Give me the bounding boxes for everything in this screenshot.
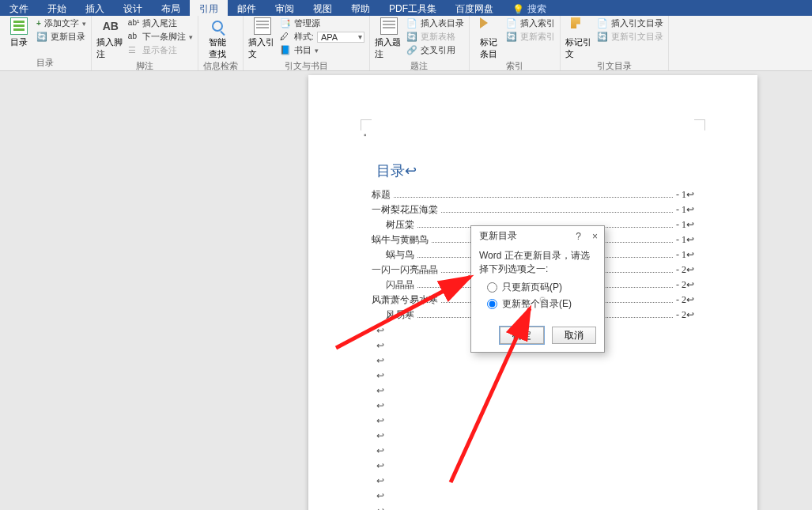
toc-entry[interactable]: 标题- 1↩ <box>372 188 694 202</box>
radio-update-entire-label: 更新整个目录(E) <box>502 297 572 311</box>
insert-caption-label: 插入题注 <box>375 36 403 60</box>
toc-entry-page: - 2↩ <box>676 264 694 276</box>
radio-update-entire-input[interactable] <box>487 299 497 309</box>
flag-icon <box>571 17 588 35</box>
next-footnote-button[interactable]: ab 下一条脚注▾ <box>128 31 193 43</box>
mark-entry-button[interactable]: 标记 条目 <box>474 17 503 60</box>
tab-home[interactable]: 开始 <box>38 0 76 16</box>
dialog-close-button[interactable]: × <box>592 231 598 242</box>
show-notes-icon: ☰ <box>128 45 139 56</box>
tag-icon <box>480 17 497 35</box>
insert-endnote-button[interactable]: ab¹ 插入尾注 <box>128 17 193 29</box>
insert-citation-button[interactable]: 插入引文 <box>248 17 277 60</box>
endnote-icon: ab¹ <box>128 18 139 29</box>
update-toa-button[interactable]: 🔄 更新引文目录 <box>597 31 663 43</box>
insert-caption-button[interactable]: 插入题注 <box>375 17 403 60</box>
dialog-ok-button[interactable]: 确定 <box>500 327 544 344</box>
insert-footnote-button[interactable]: AB 插入脚注 <box>96 17 125 60</box>
group-index: 标记 条目 📄 插入索引 🔄 更新索引 索引 <box>470 16 561 70</box>
crossref-icon: 🔗 <box>406 45 417 56</box>
toc-entry-text: 标题 <box>372 188 391 202</box>
paragraph-mark: ↩ <box>376 355 694 367</box>
insert-toa-icon: 📄 <box>597 18 608 29</box>
insert-toa-button[interactable]: 📄 插入引文目录 <box>597 17 663 29</box>
toc-entry-text: 一闪一闪亮晶晶 <box>372 263 438 277</box>
radio-update-pages-input[interactable] <box>487 282 497 293</box>
manage-sources-button[interactable]: 📑 管理源 <box>280 17 364 29</box>
toc-entry[interactable]: 一树梨花压海棠- 1↩ <box>372 203 694 217</box>
update-toc-label: 更新目录 <box>51 31 85 43</box>
toc-entry-page: - 1↩ <box>676 249 694 261</box>
toc-entry-text: 风易寒 <box>386 308 414 322</box>
toc-button-label: 目录 <box>10 36 28 48</box>
next-footnote-icon: ab <box>128 32 139 43</box>
dialog-help-button[interactable]: ? <box>576 231 581 242</box>
tab-help[interactable]: 帮助 <box>342 0 380 16</box>
toc-entry-page: - 1↩ <box>676 189 694 201</box>
insert-index-button[interactable]: 📄 插入索引 <box>506 17 555 29</box>
smart-lookup-button[interactable]: 智能 查找 <box>203 17 232 60</box>
update-table-button[interactable]: 🔄 更新表格 <box>406 31 464 43</box>
toc-button[interactable]: 目录 <box>5 17 33 48</box>
tab-pdf[interactable]: PDF工具集 <box>380 0 446 16</box>
toc-leader <box>394 197 673 198</box>
magnifier-icon <box>209 17 226 35</box>
anchor-mark: ▪ <box>364 130 694 139</box>
paragraph-mark: ↩ <box>376 445 694 457</box>
insert-citation-label: 插入引文 <box>248 36 277 60</box>
dialog-titlebar[interactable]: 更新目录 ? × <box>471 226 604 246</box>
tab-mail[interactable]: 邮件 <box>228 0 266 16</box>
update-index-icon: 🔄 <box>506 32 517 43</box>
tab-design[interactable]: 设计 <box>114 0 152 16</box>
toc-entry-text: 蜗与鸟 <box>386 248 414 262</box>
toc-entry-page: - 1↩ <box>676 204 694 216</box>
paragraph-mark: ↩ <box>376 475 694 487</box>
radio-update-pages[interactable]: 只更新页码(P) <box>487 281 596 294</box>
update-toc-button[interactable]: 🔄 更新目录 <box>36 31 86 43</box>
citation-style-value[interactable]: APA <box>317 32 364 43</box>
tab-layout[interactable]: 布局 <box>152 0 190 16</box>
tab-baidu[interactable]: 百度网盘 <box>446 0 503 16</box>
show-notes-label: 显示备注 <box>142 44 177 56</box>
group-toc-label: 目录 <box>5 57 86 70</box>
group-toa: 标记引文 📄 插入引文目录 🔄 更新引文目录 引文目录 <box>561 16 669 70</box>
group-footnote: AB 插入脚注 ab¹ 插入尾注 ab 下一条脚注▾ ☰ 显示备注 脚注 <box>92 16 198 70</box>
toc-entry-page: - 1↩ <box>676 234 694 246</box>
tab-file[interactable]: 文件 <box>0 0 38 16</box>
insert-index-icon: 📄 <box>506 18 517 29</box>
radio-update-entire[interactable]: 更新整个目录(E) <box>487 297 596 311</box>
cross-reference-button[interactable]: 🔗 交叉引用 <box>406 44 464 56</box>
group-toc: 目录 + 添加文字▾ 🔄 更新目录 目录 <box>0 16 92 70</box>
tab-search[interactable]: 💡 搜索 <box>503 0 556 16</box>
paragraph-mark: ↩ <box>376 505 694 510</box>
style-icon: 🖊 <box>280 32 291 43</box>
mark-citation-button[interactable]: 标记引文 <box>565 17 594 60</box>
search-icon: 💡 <box>512 4 524 15</box>
dialog-cancel-button[interactable]: 取消 <box>552 327 596 344</box>
manage-sources-label: 管理源 <box>294 17 320 29</box>
ribbon-tabs: 文件 开始 插入 设计 布局 引用 邮件 审阅 视图 帮助 PDF工具集 百度网… <box>0 0 812 16</box>
insert-toa-label: 插入引文目录 <box>611 17 663 29</box>
manage-sources-icon: 📑 <box>280 18 291 29</box>
update-table-label: 更新表格 <box>421 31 455 43</box>
add-text-button[interactable]: + 添加文字▾ <box>36 17 86 29</box>
tab-review[interactable]: 审阅 <box>266 0 304 16</box>
dialog-message: Word 正在更新目录，请选择下列选项之一: <box>479 249 596 276</box>
toc-leader <box>441 212 673 213</box>
toc-entry-text: 树压棠 <box>386 218 414 232</box>
margin-corner-tr <box>694 119 705 130</box>
toc-icon <box>10 17 28 35</box>
tab-view[interactable]: 视图 <box>304 0 342 16</box>
bibliography-button[interactable]: 📘 书目▾ <box>280 44 364 56</box>
fig-table-icon: 📄 <box>406 18 417 29</box>
toc-entry-page: - 2↩ <box>676 294 694 306</box>
tab-insert[interactable]: 插入 <box>76 0 114 16</box>
update-index-button[interactable]: 🔄 更新索引 <box>506 31 555 43</box>
paragraph-mark: ↩ <box>376 370 694 382</box>
insert-fig-table-button[interactable]: 📄 插入表目录 <box>406 17 464 29</box>
tab-references[interactable]: 引用 <box>190 0 228 16</box>
add-text-label: 添加文字 <box>44 17 79 29</box>
paragraph-mark: ↩ <box>376 430 694 442</box>
citation-style-select[interactable]: 🖊 样式: APA <box>280 31 364 43</box>
show-notes-button[interactable]: ☰ 显示备注 <box>128 44 193 56</box>
